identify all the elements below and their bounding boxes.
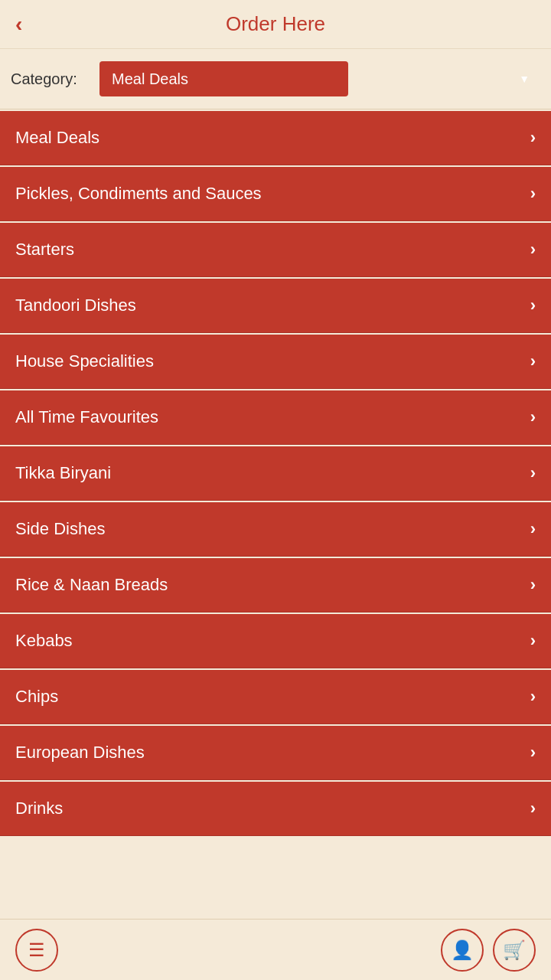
chevron-right-icon: › (530, 128, 536, 148)
menu-item-label: Chips (15, 687, 58, 707)
cart-nav-button[interactable]: 🛒 (493, 929, 536, 972)
chevron-right-icon: › (530, 184, 536, 204)
chevron-right-icon: › (530, 240, 536, 260)
menu-item-label: European Dishes (15, 743, 145, 763)
menu-list-item[interactable]: All Time Favourites› (0, 390, 551, 445)
bottom-navigation: ☰ 👤 🛒 (0, 919, 551, 980)
category-label: Category: (11, 70, 87, 88)
chevron-right-icon: › (530, 351, 536, 371)
menu-list-item[interactable]: Starters› (0, 223, 551, 277)
chevron-right-icon: › (530, 407, 536, 427)
user-nav-button[interactable]: 👤 (441, 929, 484, 972)
category-select[interactable]: Meal DealsPickles, Condiments and Sauces… (99, 61, 348, 96)
menu-item-label: Tikka Biryani (15, 463, 111, 483)
chevron-right-icon: › (530, 519, 536, 539)
menu-list-item[interactable]: Tikka Biryani› (0, 446, 551, 501)
page-title: Order Here (226, 12, 325, 36)
main-content: Meal Deals›Pickles, Condiments and Sauce… (0, 111, 551, 906)
menu-list-item[interactable]: House Specialities› (0, 335, 551, 389)
menu-list-item[interactable]: Side Dishes› (0, 502, 551, 557)
chevron-right-icon: › (530, 743, 536, 763)
chevron-right-icon: › (530, 631, 536, 651)
menu-list-item[interactable]: Chips› (0, 670, 551, 724)
menu-item-label: Drinks (15, 799, 63, 818)
app-header: ‹ Order Here (0, 0, 551, 49)
menu-list-item[interactable]: Meal Deals› (0, 111, 551, 165)
back-button[interactable]: ‹ (15, 12, 22, 37)
menu-nav-button[interactable]: ☰ (15, 929, 58, 972)
menu-item-label: Starters (15, 240, 74, 260)
category-select-wrapper[interactable]: Meal DealsPickles, Condiments and Sauces… (99, 61, 540, 96)
menu-icon: ☰ (28, 939, 45, 961)
category-row: Category: Meal DealsPickles, Condiments … (0, 49, 551, 109)
chevron-right-icon: › (530, 799, 536, 818)
menu-item-label: Rice & Naan Breads (15, 575, 168, 595)
chevron-right-icon: › (530, 296, 536, 315)
menu-list-item[interactable]: Tandoori Dishes› (0, 279, 551, 333)
menu-item-label: All Time Favourites (15, 407, 158, 427)
chevron-right-icon: › (530, 687, 536, 707)
menu-list-item[interactable]: Pickles, Condiments and Sauces› (0, 167, 551, 221)
menu-item-label: House Specialities (15, 351, 154, 371)
menu-item-label: Meal Deals (15, 128, 99, 148)
menu-list-item[interactable]: Kebabs› (0, 614, 551, 668)
menu-item-label: Pickles, Condiments and Sauces (15, 184, 262, 204)
menu-list-item[interactable]: Rice & Naan Breads› (0, 558, 551, 612)
menu-list-item[interactable]: European Dishes› (0, 726, 551, 780)
menu-item-label: Kebabs (15, 631, 73, 651)
user-icon: 👤 (451, 939, 474, 961)
chevron-right-icon: › (530, 463, 536, 483)
menu-item-label: Side Dishes (15, 519, 105, 539)
menu-list-item[interactable]: Drinks› (0, 782, 551, 836)
menu-list: Meal Deals›Pickles, Condiments and Sauce… (0, 111, 551, 836)
menu-item-label: Tandoori Dishes (15, 296, 136, 315)
chevron-right-icon: › (530, 575, 536, 595)
cart-icon: 🛒 (503, 939, 526, 961)
